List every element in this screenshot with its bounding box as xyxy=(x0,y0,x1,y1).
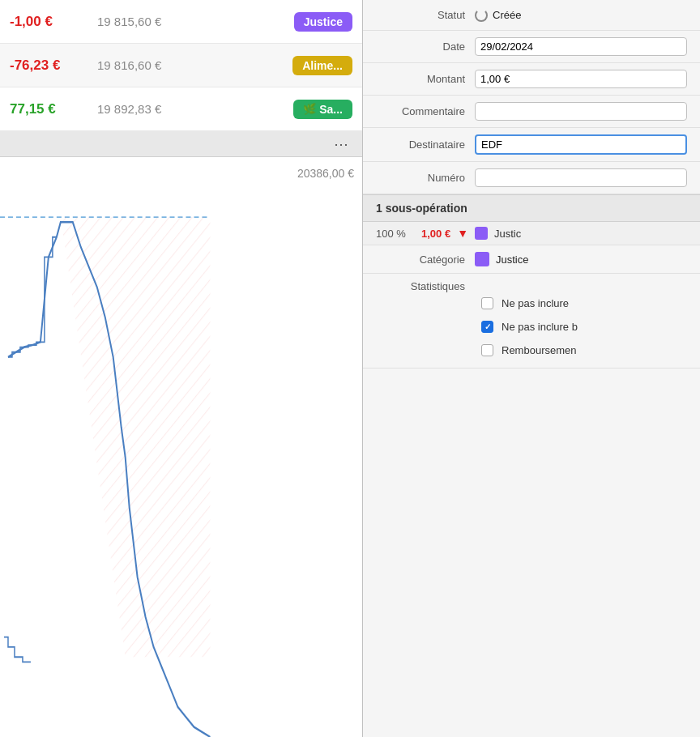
stat3-row[interactable]: Remboursemen xyxy=(481,344,687,356)
date-row: Date xyxy=(363,31,700,63)
arrow-down-icon: ▼ xyxy=(457,227,468,240)
montant-row: Montant xyxy=(363,63,700,96)
stat1-label: Ne pas inclure xyxy=(502,297,569,309)
tx-amount-2: -76,23 € xyxy=(10,58,91,74)
category-color-swatch xyxy=(475,252,489,266)
statut-value: Créée xyxy=(493,9,521,21)
tx-balance-2: 19 816,60 € xyxy=(97,58,194,72)
date-label: Date xyxy=(376,40,465,53)
tx-balance-1: 19 815,60 € xyxy=(97,15,194,28)
numero-input[interactable] xyxy=(475,168,687,187)
right-panel: Statut Créée Date Montant Commentaire De… xyxy=(363,0,700,737)
tx-balance-3: 19 892,83 € xyxy=(97,102,194,116)
statut-row: Statut Créée xyxy=(363,0,700,31)
destinataire-label: Destinataire xyxy=(376,138,465,151)
svg-marker-2 xyxy=(61,217,211,657)
montant-input[interactable] xyxy=(475,70,687,88)
commentaire-row: Commentaire xyxy=(363,96,700,128)
destinataire-row: Destinataire xyxy=(363,128,700,162)
sous-op-percentage: 100 % xyxy=(376,228,415,240)
form-section: Statut Créée Date Montant Commentaire De… xyxy=(363,0,700,194)
transaction-list: -1,00 € 19 815,60 € Justice -76,23 € 19 … xyxy=(0,0,362,131)
sous-op-amount: 1,00 € xyxy=(421,228,450,240)
more-options-button[interactable]: ⋯ xyxy=(330,133,352,155)
sous-op-category-label: Justic xyxy=(494,228,521,240)
stat2-label: Ne pas inclure b xyxy=(502,321,578,333)
status-spinner-icon xyxy=(475,9,488,22)
chart-area: 20386,00 € xyxy=(0,157,362,737)
stat3-label: Remboursemen xyxy=(502,344,577,356)
statut-label: Statut xyxy=(376,9,465,21)
tx-category-2[interactable]: Alime... xyxy=(292,56,352,75)
numero-row: Numéro xyxy=(363,162,700,194)
stat2-checkbox[interactable] xyxy=(481,321,493,333)
table-row[interactable]: 77,15 € 19 892,83 € 🌿 Sa... xyxy=(0,87,362,131)
statistiques-header-row: Statistiques xyxy=(376,280,687,292)
tx-category-3[interactable]: 🌿 Sa... xyxy=(293,100,352,119)
categorie-row[interactable]: Catégorie Justice xyxy=(363,245,700,274)
date-input[interactable] xyxy=(475,37,687,56)
montant-label: Montant xyxy=(376,73,465,85)
commentaire-label: Commentaire xyxy=(376,105,465,117)
tx-amount-3: 77,15 € xyxy=(10,101,91,117)
categorie-value: Justice xyxy=(496,253,528,266)
numero-label: Numéro xyxy=(376,172,465,184)
stat2-row[interactable]: Ne pas inclure b xyxy=(481,321,687,333)
stat3-checkbox[interactable] xyxy=(481,344,493,356)
sous-op-row[interactable]: 100 % 1,00 € ▼ Justic xyxy=(363,222,700,245)
category-color-swatch-small xyxy=(475,227,488,240)
divider-row: ⋯ xyxy=(0,131,362,157)
destinataire-input[interactable] xyxy=(475,134,687,155)
table-row[interactable]: -1,00 € 19 815,60 € Justice xyxy=(0,0,362,44)
tx-category-1[interactable]: Justice xyxy=(294,12,352,32)
commentaire-input[interactable] xyxy=(475,102,687,121)
chart-svg xyxy=(0,157,362,737)
sous-operation-header: 1 sous-opération xyxy=(363,194,700,222)
tx-amount-1: -1,00 € xyxy=(10,14,91,30)
left-panel: -1,00 € 19 815,60 € Justice -76,23 € 19 … xyxy=(0,0,363,737)
categorie-label: Catégorie xyxy=(376,253,465,266)
statistiques-section: Statistiques Ne pas inclure Ne pas inclu… xyxy=(363,274,700,368)
table-row[interactable]: -76,23 € 19 816,60 € Alime... xyxy=(0,44,362,87)
statistiques-label: Statistiques xyxy=(376,280,465,292)
stat1-row[interactable]: Ne pas inclure xyxy=(481,297,687,309)
leaf-icon: 🌿 xyxy=(303,103,316,115)
stat1-checkbox[interactable] xyxy=(481,297,493,309)
